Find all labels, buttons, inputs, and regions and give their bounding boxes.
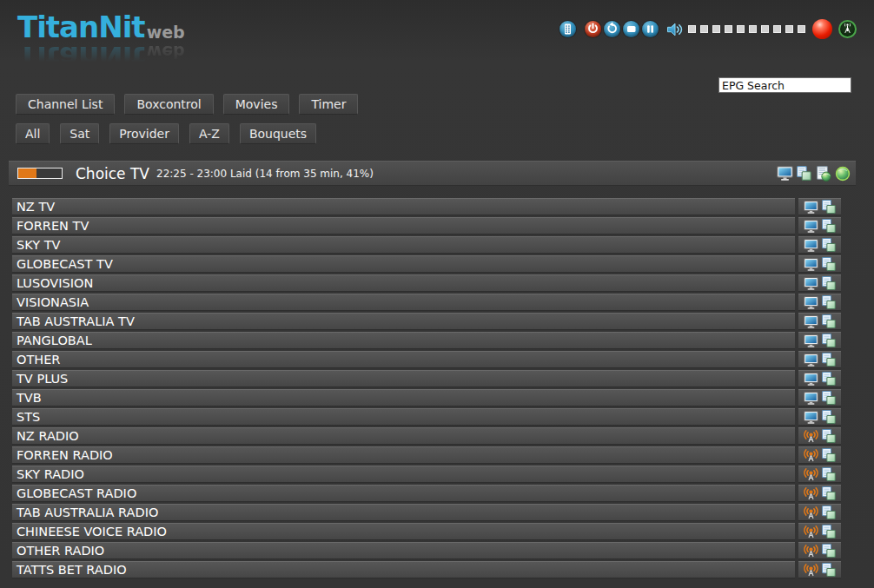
volume-level-square[interactable] <box>785 25 793 33</box>
filter-az-button[interactable]: A-Z <box>189 123 229 144</box>
channel-name: OTHER RADIO <box>12 544 104 558</box>
volume-level-square[interactable] <box>737 25 745 33</box>
record-indicator[interactable] <box>812 19 832 39</box>
channel-row: CHINEESE VOICE RADIO <box>12 523 841 540</box>
tv-screen-icon[interactable] <box>804 315 818 328</box>
volume-level-square[interactable] <box>700 25 708 33</box>
signal-antenna-button[interactable] <box>838 20 857 38</box>
epg-copy-icon[interactable] <box>822 544 836 558</box>
nav-channel-list-button[interactable]: Channel List <box>16 94 115 115</box>
volume-level-square[interactable] <box>725 25 732 33</box>
channel-row-main[interactable]: PANGLOBAL <box>12 332 795 349</box>
pip-copy-icon[interactable] <box>796 166 812 182</box>
channel-row-main[interactable]: STS <box>12 408 795 426</box>
channel-row-main[interactable]: LUSOVISION <box>12 274 795 292</box>
channel-row-main[interactable]: TATTS BET RADIO <box>12 561 795 578</box>
radio-icon[interactable] <box>804 505 818 519</box>
channel-row-main[interactable]: FORREN TV <box>12 217 795 235</box>
channel-row-main[interactable]: FORREN RADIO <box>12 446 795 464</box>
volume-level-square[interactable] <box>761 25 769 33</box>
channel-row-actions <box>798 485 841 502</box>
radio-icon[interactable] <box>804 467 818 481</box>
nav-timer-button[interactable]: Timer <box>299 94 358 115</box>
remote-keypad-button[interactable] <box>559 21 576 37</box>
channel-row-main[interactable]: TAB AUSTRALIA TV <box>12 313 795 330</box>
epg-copy-icon[interactable] <box>822 200 836 214</box>
nav-boxcontrol-button[interactable]: Boxcontrol <box>124 94 213 115</box>
reload-button[interactable] <box>604 21 620 37</box>
epg-copy-icon[interactable] <box>822 391 836 405</box>
channel-row-main[interactable]: SKY RADIO <box>12 466 795 483</box>
channel-row-main[interactable]: CHINEESE VOICE RADIO <box>12 523 795 540</box>
epg-copy-icon[interactable] <box>822 448 836 462</box>
channel-row-main[interactable]: TVB <box>12 389 795 406</box>
channel-row-main[interactable]: TAB AUSTRALIA RADIO <box>12 504 795 521</box>
web-globe-icon[interactable] <box>834 166 851 182</box>
radio-icon[interactable] <box>804 525 818 538</box>
epg-copy-icon[interactable] <box>822 525 836 538</box>
tv-screen-icon[interactable] <box>804 296 818 309</box>
epg-copy-icon[interactable] <box>822 257 836 271</box>
epg-search-input[interactable] <box>718 77 851 93</box>
channel-row-main[interactable]: OTHER RADIO <box>12 542 795 559</box>
epg-copy-icon[interactable] <box>822 353 836 367</box>
epg-copy-icon[interactable] <box>822 505 836 519</box>
power-button[interactable] <box>585 21 601 37</box>
epg-copy-icon[interactable] <box>822 563 836 577</box>
channel-row-main[interactable]: VISIONASIA <box>12 294 795 311</box>
channel-row-main[interactable]: NZ RADIO <box>12 427 795 445</box>
epg-copy-icon[interactable] <box>822 276 836 290</box>
channel-row-main[interactable]: GLOBECAST TV <box>12 255 795 273</box>
tv-screen-icon[interactable] <box>804 201 818 214</box>
volume-level-square[interactable] <box>688 25 696 33</box>
epg-page-icon[interactable] <box>815 166 831 182</box>
filter-all-button[interactable]: All <box>16 123 50 144</box>
channel-name: PANGLOBAL <box>12 334 92 347</box>
epg-copy-icon[interactable] <box>822 314 836 328</box>
channel-row-main[interactable]: NZ TV <box>12 198 795 215</box>
epg-copy-icon[interactable] <box>822 486 836 500</box>
channel-row-main[interactable]: TV PLUS <box>12 370 795 387</box>
tv-screen-icon[interactable] <box>804 220 818 233</box>
epg-copy-icon[interactable] <box>822 372 836 386</box>
epg-copy-icon[interactable] <box>822 238 836 252</box>
tv-screen-icon[interactable] <box>777 166 793 182</box>
pause-button[interactable] <box>642 21 659 37</box>
volume-level-square[interactable] <box>712 25 720 33</box>
radio-icon[interactable] <box>804 448 818 462</box>
epg-copy-icon[interactable] <box>822 334 836 347</box>
epg-copy-icon[interactable] <box>822 219 836 233</box>
tv-screen-icon[interactable] <box>804 258 818 271</box>
tv-screen-icon[interactable] <box>804 353 818 367</box>
filter-provider-button[interactable]: Provider <box>109 123 179 144</box>
radio-icon[interactable] <box>804 563 818 577</box>
epg-copy-icon[interactable] <box>822 410 836 424</box>
channel-name: TAB AUSTRALIA TV <box>12 314 135 328</box>
nav-movies-button[interactable]: Movies <box>223 94 290 115</box>
volume-level-square[interactable] <box>749 25 757 33</box>
channel-row-main[interactable]: OTHER <box>12 351 795 368</box>
epg-copy-icon[interactable] <box>822 295 836 309</box>
tv-screen-icon[interactable] <box>804 392 818 405</box>
tv-screen-icon[interactable] <box>804 239 818 252</box>
channel-row-main[interactable]: SKY TV <box>12 236 795 254</box>
tv-screen-icon[interactable] <box>804 334 818 347</box>
osd-screen-button[interactable] <box>623 21 639 37</box>
filter-bouquets-button[interactable]: Bouquets <box>240 123 316 144</box>
radio-icon[interactable] <box>804 429 818 443</box>
volume-level-square[interactable] <box>773 25 781 33</box>
tv-screen-icon[interactable] <box>804 277 818 290</box>
tv-screen-icon[interactable] <box>804 411 818 424</box>
epg-copy-icon[interactable] <box>822 429 836 443</box>
tv-screen-icon[interactable] <box>804 373 818 386</box>
volume-level-square[interactable] <box>798 25 805 33</box>
now-playing-actions <box>777 166 851 182</box>
filter-sat-button[interactable]: Sat <box>60 123 99 144</box>
channel-name: TV PLUS <box>12 372 68 386</box>
epg-copy-icon[interactable] <box>822 467 836 481</box>
radio-icon[interactable] <box>804 486 818 500</box>
channel-row-main[interactable]: GLOBECAST RADIO <box>12 485 795 502</box>
radio-icon[interactable] <box>804 544 818 558</box>
volume-speaker-button[interactable] <box>666 21 685 37</box>
channel-row: SKY TV <box>12 236 841 254</box>
